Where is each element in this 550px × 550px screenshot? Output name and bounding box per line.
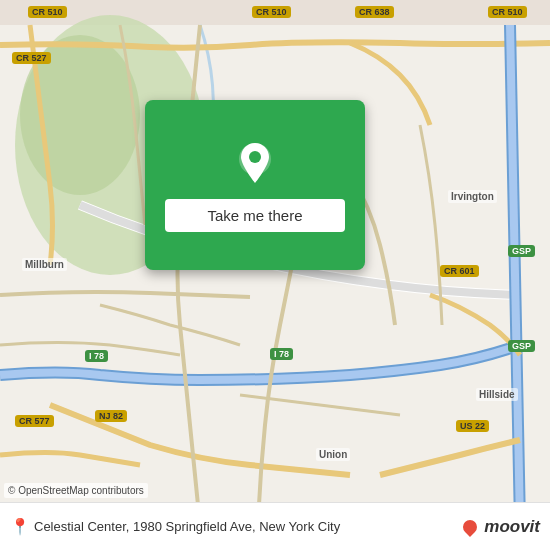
location-pin-small: 📍: [10, 517, 30, 536]
location-pin-icon: [231, 139, 279, 187]
moovit-pin-icon: [460, 517, 480, 537]
location-info: 📍 Celestial Center, 1980 Springfield Ave…: [10, 517, 340, 536]
location-text: Celestial Center, 1980 Springfield Ave, …: [34, 519, 340, 534]
road-label-cr510-2: CR 510: [252, 6, 291, 18]
moovit-logo: moovit: [463, 517, 540, 537]
road-label-cr510-3: CR 510: [488, 6, 527, 18]
road-label-i78-2: I 78: [270, 348, 293, 360]
road-label-cr510-1: CR 510: [28, 6, 67, 18]
label-millburn: Millburn: [22, 258, 67, 271]
road-label-cr638: CR 638: [355, 6, 394, 18]
label-union: Union: [316, 448, 350, 461]
road-label-cr527: CR 527: [12, 52, 51, 64]
road-label-cr601: CR 601: [440, 265, 479, 277]
road-label-gsp-1: GSP: [508, 245, 535, 257]
road-label-gsp-2: GSP: [508, 340, 535, 352]
road-label-nj82: NJ 82: [95, 410, 127, 422]
map-container: CR 510 CR 510 CR 510 CR 638 CR 527 CR 60…: [0, 0, 550, 550]
svg-point-4: [249, 151, 261, 163]
road-label-cr577: CR 577: [15, 415, 54, 427]
road-label-i78-1: I 78: [85, 350, 108, 362]
label-irvington: Irvington: [448, 190, 497, 203]
bottom-bar: 📍 Celestial Center, 1980 Springfield Ave…: [0, 502, 550, 550]
take-me-there-button[interactable]: Take me there: [165, 199, 345, 232]
osm-attribution: © OpenStreetMap contributors: [4, 483, 148, 498]
moovit-text: moovit: [484, 517, 540, 537]
label-hillside: Hillside: [476, 388, 518, 401]
location-card: Take me there: [145, 100, 365, 270]
road-label-us22: US 22: [456, 420, 489, 432]
